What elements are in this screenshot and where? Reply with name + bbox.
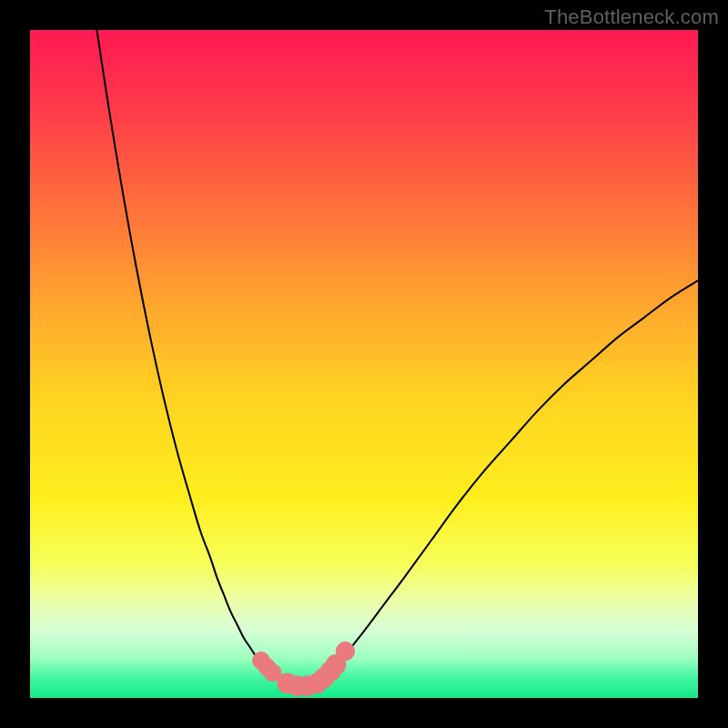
data-marker bbox=[336, 642, 355, 661]
outer-frame: TheBottleneck.com bbox=[0, 0, 728, 728]
curve-right-branch bbox=[324, 280, 698, 676]
watermark-label: TheBottleneck.com bbox=[544, 5, 719, 29]
marker-group bbox=[252, 642, 354, 695]
chart-svg bbox=[30, 30, 698, 698]
plot-area bbox=[30, 30, 698, 698]
curve-left-branch bbox=[96, 30, 277, 677]
